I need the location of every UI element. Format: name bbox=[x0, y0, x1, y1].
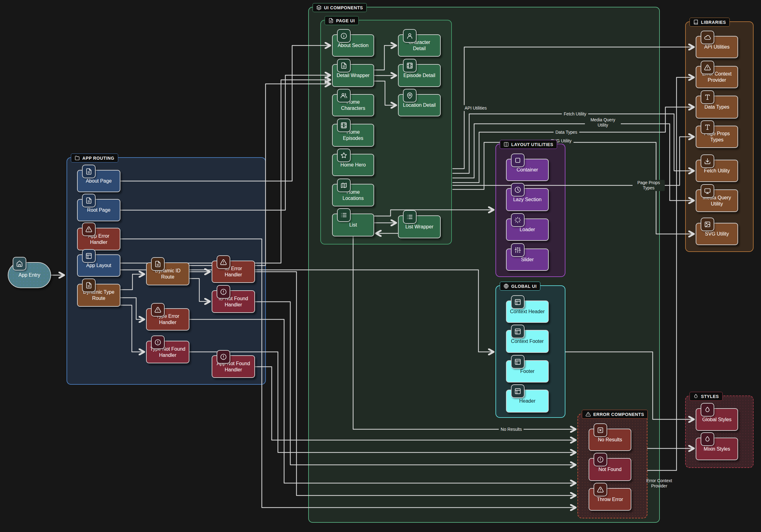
node-data-types[interactable]: Data Types bbox=[696, 96, 738, 119]
warning-icon bbox=[82, 222, 96, 236]
group-global-ui-title: GLOBAL UI bbox=[511, 284, 537, 289]
clock-icon bbox=[511, 183, 525, 197]
image-icon bbox=[701, 217, 714, 231]
warning-icon bbox=[151, 303, 165, 317]
alert-circle-icon bbox=[151, 335, 165, 349]
node-app-error-handler[interactable]: App Error Handler bbox=[77, 228, 120, 250]
group-layout-utilities-header: LAYOUT UTILITIES bbox=[500, 140, 557, 149]
globe-icon bbox=[503, 283, 509, 289]
node-header[interactable]: Header bbox=[506, 390, 549, 413]
edge-label-api-utilities: API Utilities bbox=[463, 105, 489, 111]
group-app-routing-title: APP ROUTING bbox=[82, 156, 114, 161]
node-footer[interactable]: Footer bbox=[506, 360, 549, 383]
node-not-found[interactable]: Not Found bbox=[589, 458, 631, 481]
warning-icon bbox=[217, 255, 230, 269]
node-mixin-styles[interactable]: Mixin Styles bbox=[696, 438, 738, 460]
node-list[interactable]: List bbox=[332, 213, 374, 236]
warning-icon bbox=[594, 483, 607, 497]
node-throw-error[interactable]: Throw Error bbox=[589, 488, 631, 511]
node-slider[interactable]: Slider bbox=[506, 249, 549, 271]
columns-icon bbox=[503, 142, 509, 147]
node-media-query-utility[interactable]: Media Query Utility bbox=[696, 189, 738, 212]
file-icon bbox=[328, 18, 334, 23]
edge-label-media-query-utility: Media Query Utility bbox=[585, 117, 621, 128]
layout-icon bbox=[82, 249, 96, 263]
node-lazy-section[interactable]: Lazy Section bbox=[506, 188, 549, 211]
layout-icon bbox=[511, 355, 525, 369]
users-icon bbox=[337, 89, 351, 102]
warning-icon bbox=[701, 61, 714, 74]
file-icon bbox=[82, 165, 96, 178]
node-about-page[interactable]: About Page bbox=[77, 170, 120, 192]
list-icon bbox=[403, 210, 417, 224]
node-loader[interactable]: Loader bbox=[506, 218, 549, 241]
node-app-not-found-handler[interactable]: App Not Found Handler bbox=[212, 355, 255, 378]
node-home-locations[interactable]: Home Locations bbox=[332, 184, 374, 207]
node-id-error-handler[interactable]: ID Error Handler bbox=[212, 261, 255, 283]
type-icon bbox=[701, 90, 714, 104]
node-about-section[interactable]: About Section bbox=[332, 34, 374, 57]
x-square-icon bbox=[594, 423, 607, 437]
node-context-footer[interactable]: Context Footer bbox=[506, 330, 549, 353]
node-dynamic-id-route[interactable]: Dynamic ID Route bbox=[146, 263, 189, 285]
node-app-layout[interactable]: App Layout bbox=[77, 254, 120, 277]
edge-label-no-results: No Results bbox=[499, 427, 524, 432]
node-detail-wrapper[interactable]: Detail Wrapper bbox=[332, 64, 374, 87]
map-icon bbox=[337, 179, 351, 192]
type-icon bbox=[701, 120, 714, 134]
node-id-not-found-handler[interactable]: ID Not Found Handler bbox=[212, 290, 255, 313]
film-icon bbox=[403, 59, 417, 72]
group-layout-utilities-title: LAYOUT UTILITIES bbox=[511, 142, 553, 147]
layout-icon bbox=[511, 325, 525, 338]
node-svg-utility[interactable]: SVG Utility bbox=[696, 223, 738, 245]
edge-label-page-props-types: Page Props Types bbox=[633, 180, 665, 191]
edge-label-fetch-utility: Fetch Utility bbox=[562, 111, 588, 117]
alert-circle-icon bbox=[217, 285, 230, 299]
node-character-detail[interactable]: Character Detail bbox=[398, 34, 441, 57]
node-error-context-provider[interactable]: Error Context Provider bbox=[696, 66, 738, 88]
node-app-entry-label: App Entry bbox=[19, 272, 40, 278]
film-icon bbox=[337, 119, 351, 132]
group-error-components-header: ERROR COMPONENTS bbox=[582, 410, 648, 419]
group-libraries-title: LIBRARIES bbox=[701, 20, 726, 25]
square-icon bbox=[511, 153, 525, 167]
node-context-header[interactable]: Context Header bbox=[506, 301, 549, 323]
user-icon bbox=[403, 29, 417, 43]
node-fetch-utility[interactable]: Fetch Utility bbox=[696, 160, 738, 182]
layout-icon bbox=[511, 384, 525, 398]
node-page-props-types[interactable]: Page Props Types bbox=[696, 126, 738, 148]
group-app-routing-header: APP ROUTING bbox=[71, 153, 118, 162]
node-home-episodes[interactable]: Home Episodes bbox=[332, 124, 374, 147]
node-no-results[interactable]: No Results bbox=[589, 429, 631, 451]
node-home-hero[interactable]: Home Hero bbox=[332, 154, 374, 176]
node-root-page[interactable]: Root Page bbox=[77, 199, 120, 221]
droplet-icon bbox=[701, 403, 714, 417]
node-container[interactable]: Container bbox=[506, 159, 549, 181]
group-ui-components-header: UI COMPONENTS bbox=[313, 3, 367, 12]
node-api-utilities[interactable]: API Utilities bbox=[696, 36, 738, 58]
node-episode-detail[interactable]: Episode Detail bbox=[398, 64, 441, 87]
layout-icon bbox=[511, 295, 525, 309]
node-type-error-handler[interactable]: Type Error Handler bbox=[146, 308, 189, 330]
dependency-graph-canvas: APP ROUTING UI COMPONENTS PAGE UI LAYOUT… bbox=[0, 0, 761, 532]
group-styles-title: STYLES bbox=[701, 394, 719, 399]
node-dynamic-type-route[interactable]: Dynamic Type Route bbox=[77, 284, 120, 307]
droplet-icon bbox=[693, 394, 698, 399]
file-icon bbox=[337, 59, 351, 72]
alert-circle-icon bbox=[217, 350, 230, 364]
sliders-icon bbox=[511, 243, 525, 257]
node-location-detail[interactable]: Location Detail bbox=[398, 94, 441, 116]
group-page-ui-header: PAGE UI bbox=[324, 16, 359, 25]
monitor-icon bbox=[701, 184, 714, 198]
edge-label-data-types: Data Types bbox=[554, 129, 579, 135]
node-home-characters[interactable]: Home Characters bbox=[332, 94, 374, 116]
droplet-icon bbox=[701, 432, 714, 446]
group-styles-header: STYLES bbox=[689, 392, 723, 401]
list-icon bbox=[337, 208, 351, 222]
cloud-icon bbox=[701, 30, 714, 44]
node-list-wrapper[interactable]: List Wrapper bbox=[398, 215, 441, 238]
node-type-not-found-handler[interactable]: Type Not Found Handler bbox=[146, 341, 189, 363]
star-icon bbox=[337, 148, 351, 162]
node-global-styles[interactable]: Global Styles bbox=[696, 408, 738, 431]
node-app-entry[interactable]: App Entry bbox=[8, 262, 51, 288]
